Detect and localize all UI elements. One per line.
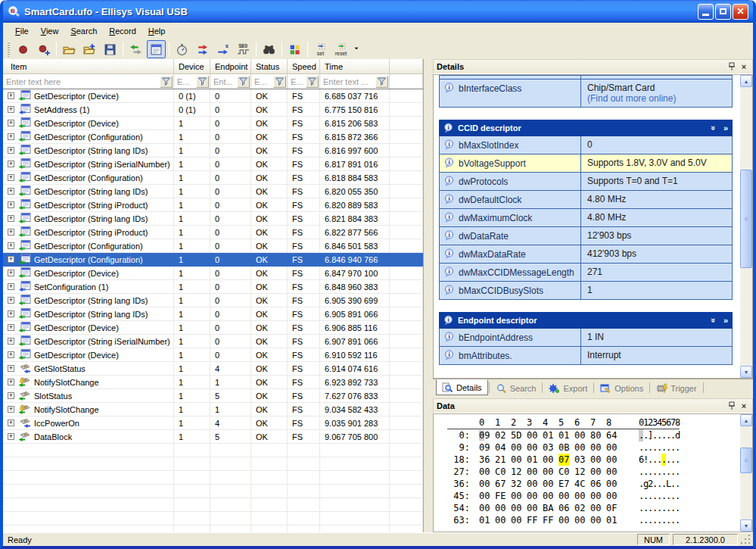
collapse-chevron-icon[interactable]: » xyxy=(709,126,718,130)
hex-byte[interactable]: 64 xyxy=(606,429,618,441)
hex-byte[interactable]: 00 xyxy=(479,466,490,478)
menu-view[interactable]: View xyxy=(35,24,65,38)
hex-byte[interactable]: 00 xyxy=(543,454,554,466)
hex-byte[interactable]: 12 xyxy=(574,466,586,478)
table-row[interactable]: +GetDescriptor (String lang IDs)10OKFS6.… xyxy=(3,294,423,307)
save-button[interactable] xyxy=(101,40,120,58)
hex-byte[interactable]: C0 xyxy=(558,466,570,478)
hex-byte[interactable]: 00 xyxy=(511,441,522,454)
expand-icon[interactable]: + xyxy=(8,242,14,249)
expand-icon[interactable]: + xyxy=(8,324,14,331)
table-row[interactable]: +SetAddress (1)0 (1)0OKFS6.775 150 816 xyxy=(3,103,423,117)
expand-icon[interactable]: + xyxy=(8,147,14,154)
hex-byte[interactable]: 00 xyxy=(527,429,538,441)
hex-byte[interactable]: FE xyxy=(495,490,506,502)
hex-byte[interactable]: 01 xyxy=(606,514,618,526)
table-row[interactable]: +GetDescriptor (String iProduct)10OKFS6.… xyxy=(3,198,423,212)
timing-button[interactable] xyxy=(173,40,191,58)
hex-byte[interactable]: 00 xyxy=(606,478,618,490)
instant-view-button[interactable] xyxy=(147,40,166,58)
expand-chevron-icon[interactable]: » xyxy=(723,316,728,325)
record-append-button[interactable] xyxy=(34,40,53,58)
hex-byte[interactable]: 5D xyxy=(511,429,522,441)
hex-byte[interactable]: 0F xyxy=(606,502,618,514)
hex-byte[interactable]: 00 xyxy=(574,441,586,454)
hex-byte[interactable]: 00 xyxy=(606,441,618,454)
scroll-up-icon[interactable]: ▲ xyxy=(740,75,752,87)
hex-byte[interactable]: 06 xyxy=(558,502,570,514)
table-row[interactable]: +GetDescriptor (String lang IDs)10OKFS6.… xyxy=(3,144,423,158)
table-row[interactable]: +NotifySlotChange11OKFS6.923 892 733 xyxy=(3,376,423,389)
hex-byte[interactable]: 06 xyxy=(590,478,602,490)
expand-icon[interactable]: + xyxy=(8,229,14,236)
pin-icon[interactable] xyxy=(726,61,737,72)
hex-byte[interactable]: 00 xyxy=(558,490,570,502)
table-row[interactable]: +GetSlotStatus14OKFS6.914 074 616 xyxy=(3,362,423,376)
filter-button[interactable] xyxy=(160,76,173,88)
hex-byte[interactable]: C0 xyxy=(495,466,506,478)
table-row[interactable]: +SetConfiguration (1)10OKFS6.848 960 383 xyxy=(3,280,423,294)
tab-options[interactable]: Options xyxy=(595,381,649,395)
hex-row[interactable]: 54:00000000BA0602000F......... xyxy=(447,502,740,514)
details-close-icon[interactable]: × xyxy=(739,61,749,72)
detail-row-dwprotocols[interactable]: idwProtocols Supports T=0 and T=1 xyxy=(439,173,733,191)
hex-byte[interactable]: 32 xyxy=(511,478,522,490)
hex-byte[interactable]: 02 xyxy=(574,502,586,514)
hex-byte[interactable]: 00 xyxy=(479,490,490,502)
tab-export[interactable]: Export xyxy=(543,381,593,395)
hex-byte[interactable]: 09 xyxy=(479,429,490,441)
hex-byte[interactable]: 00 xyxy=(590,490,602,502)
hex-byte[interactable]: 00 xyxy=(590,514,602,526)
expand-icon[interactable]: + xyxy=(8,283,14,290)
hex-byte[interactable]: 00 xyxy=(511,502,522,514)
table-row[interactable]: +IccPowerOn14OKFS9.035 901 283 xyxy=(3,416,423,430)
hex-byte[interactable]: 00 xyxy=(527,466,538,478)
table-row[interactable]: +GetDescriptor (Device)10OKFS6.847 970 1… xyxy=(3,267,423,280)
hex-byte[interactable]: 00 xyxy=(527,441,538,454)
data-scrollbar[interactable]: ▲ ≡ ▼ xyxy=(740,414,752,532)
hex-byte[interactable]: 00 xyxy=(527,490,538,502)
data-scroll-thumb[interactable]: ≡ xyxy=(740,448,752,473)
detail-row-dwmaximumclock[interactable]: idwMaximumClock 4.80 MHz xyxy=(439,209,733,227)
table-row[interactable]: +GetDescriptor (Device)10OKFS6.815 206 5… xyxy=(3,117,423,130)
hex-byte[interactable]: 00 xyxy=(479,478,490,490)
table-row[interactable]: +GetDescriptor (Configuration)10OKFS6.81… xyxy=(3,130,423,144)
menu-help[interactable]: Help xyxy=(142,24,172,38)
tab-details[interactable]: Details xyxy=(436,379,488,395)
column-header-item[interactable]: Item xyxy=(3,59,174,73)
set-marker-button[interactable]: set xyxy=(311,40,330,58)
hex-byte[interactable]: 02 xyxy=(495,429,506,441)
hex-byte[interactable]: 00 xyxy=(606,454,618,466)
table-row[interactable]: +GetDescriptor (String iSerialNumber)10O… xyxy=(3,158,423,171)
hex-byte[interactable]: 80 xyxy=(590,429,602,441)
section-header-ccid-descriptor[interactable]: iCCID descriptor » » xyxy=(439,120,733,136)
data-close-icon[interactable]: × xyxy=(739,401,749,411)
toolbar-grip[interactable] xyxy=(8,42,10,57)
hex-byte[interactable]: 03 xyxy=(574,454,586,466)
table-row[interactable]: +DataBlock15OKFS9.067 705 800 xyxy=(3,430,423,444)
hex-byte[interactable]: 00 xyxy=(606,490,618,502)
hex-byte[interactable]: 00 xyxy=(543,478,554,490)
tab-search[interactable]: Search xyxy=(490,381,542,395)
filter-button[interactable] xyxy=(273,76,286,88)
expand-icon[interactable]: + xyxy=(8,92,14,99)
table-row[interactable]: +GetDescriptor (String lang IDs)10OKFS6.… xyxy=(3,307,423,321)
hex-byte[interactable]: 00 xyxy=(543,490,554,502)
hex-byte[interactable]: FF xyxy=(543,514,554,526)
menu-file[interactable]: File xyxy=(9,24,35,38)
detail-row-bendpointaddress[interactable]: ibEndpointAddress 1 IN xyxy=(439,329,733,347)
column-header-endpoint[interactable]: Endpoint xyxy=(210,59,251,73)
table-row[interactable]: +NotifySlotChange11OKFS9.034 582 433 xyxy=(3,403,423,416)
close-button[interactable]: ✕ xyxy=(733,4,748,20)
resize-grip[interactable] xyxy=(741,535,751,545)
open-append-button[interactable] xyxy=(80,40,99,58)
hex-byte[interactable]: 00 xyxy=(495,514,506,526)
expand-icon[interactable]: + xyxy=(8,365,14,372)
details-scrollbar[interactable]: ▲ ≡ ▼ xyxy=(740,75,752,378)
hex-byte[interactable]: 00 xyxy=(511,490,522,502)
hex-row[interactable]: 0:09025D000101008064..].....d xyxy=(447,429,740,441)
hex-byte[interactable]: 01 xyxy=(527,454,538,466)
hex-byte[interactable]: 0B xyxy=(558,441,570,454)
pane-splitter[interactable] xyxy=(424,59,433,532)
hex-byte[interactable]: 01 xyxy=(558,429,570,441)
